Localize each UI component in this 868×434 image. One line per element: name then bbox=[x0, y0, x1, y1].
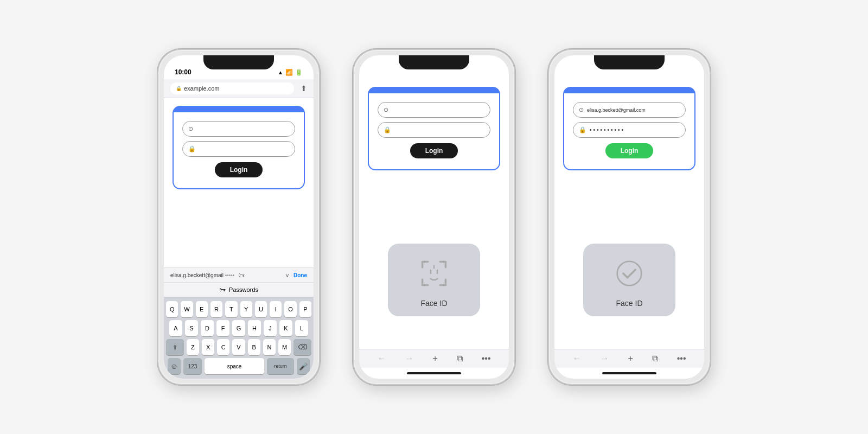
key-e[interactable]: E bbox=[196, 301, 208, 317]
key-x[interactable]: X bbox=[202, 339, 214, 355]
autofill-bar-1: elisa.g.beckett@gmail ••••• 🗝 ∨ Done bbox=[164, 267, 314, 282]
share-icon-1[interactable]: ⬆ bbox=[301, 84, 307, 93]
chevron-icon-1[interactable]: ∨ bbox=[285, 272, 289, 278]
phone-1-screen: 10:00 ▲ 📶 🔋 🔒 example.com ⬆ bbox=[164, 55, 314, 379]
key-h[interactable]: H bbox=[248, 320, 261, 336]
key-v[interactable]: V bbox=[232, 339, 245, 355]
key-m[interactable]: M bbox=[278, 339, 291, 355]
mic-key[interactable]: 🎤 bbox=[297, 358, 310, 374]
autofill-user-1: elisa.g.beckett@gmail ••••• 🗝 bbox=[170, 271, 282, 279]
bottom-browser-bar-3: ← → + ⧉ ••• bbox=[554, 349, 704, 368]
face-id-label-2: Face ID bbox=[420, 299, 447, 308]
phone-2: ⊙ 🔒 Login bbox=[353, 49, 515, 385]
forward-button-2[interactable]: → bbox=[405, 354, 413, 363]
dialog-header-2 bbox=[369, 88, 499, 93]
notch-1 bbox=[203, 55, 274, 69]
login-dialog-2: ⊙ 🔒 Login bbox=[368, 87, 500, 170]
password-icon-2: 🔒 bbox=[384, 126, 391, 133]
key-j[interactable]: J bbox=[264, 320, 277, 336]
key-w[interactable]: W bbox=[181, 301, 193, 317]
more-button-2[interactable]: ••• bbox=[482, 354, 491, 363]
key-p[interactable]: P bbox=[299, 301, 311, 317]
login-button-1[interactable]: Login bbox=[215, 162, 263, 177]
key-u[interactable]: U bbox=[255, 301, 267, 317]
done-button-1[interactable]: Done bbox=[293, 272, 307, 278]
key-z[interactable]: Z bbox=[187, 339, 199, 355]
key-k[interactable]: K bbox=[279, 320, 292, 336]
passwords-label-1: Passwords bbox=[229, 286, 258, 293]
key-icon-1: 🗝 bbox=[219, 286, 226, 293]
phone-1: 10:00 ▲ 📶 🔋 🔒 example.com ⬆ bbox=[157, 49, 320, 385]
username-input-3[interactable]: ⊙ elisa.g.beckett@gmail.com bbox=[573, 102, 686, 118]
key-y[interactable]: Y bbox=[240, 301, 252, 317]
key-i[interactable]: I bbox=[270, 301, 282, 317]
password-input-2[interactable]: 🔒 bbox=[378, 122, 490, 138]
phones-container: 10:00 ▲ 📶 🔋 🔒 example.com ⬆ bbox=[157, 49, 711, 385]
password-input-1[interactable]: 🔒 bbox=[182, 141, 295, 157]
key-l[interactable]: L bbox=[295, 320, 308, 336]
tabs-button-2[interactable]: ⧉ bbox=[457, 354, 463, 363]
keyboard-row-3: ⇧ Z X C V B N M ⌫ bbox=[166, 339, 311, 355]
key-t[interactable]: T bbox=[225, 301, 237, 317]
password-icon-1: 🔒 bbox=[188, 145, 196, 152]
key-q[interactable]: Q bbox=[166, 301, 178, 317]
signal-icon-1: ▲ bbox=[278, 69, 283, 75]
username-input-2[interactable]: ⊙ bbox=[378, 102, 490, 118]
backspace-key[interactable]: ⌫ bbox=[293, 339, 311, 355]
tabs-button-3[interactable]: ⧉ bbox=[652, 354, 658, 363]
face-id-scan-icon bbox=[415, 254, 453, 292]
home-indicator-3 bbox=[554, 368, 704, 379]
phone-2-screen: ⊙ 🔒 Login bbox=[359, 55, 509, 379]
key-d[interactable]: D bbox=[201, 320, 214, 336]
status-time-1: 10:00 bbox=[175, 68, 192, 76]
more-button-3[interactable]: ••• bbox=[677, 354, 686, 363]
emoji-key[interactable]: ☺ bbox=[168, 358, 181, 374]
keyboard-row-1: Q W E R T Y U I O P bbox=[166, 301, 311, 317]
key-a[interactable]: A bbox=[169, 320, 182, 336]
keyboard-1: Q W E R T Y U I O P A S D F G bbox=[164, 297, 314, 379]
username-input-1[interactable]: ⊙ bbox=[182, 121, 295, 137]
battery-icon-1: 🔋 bbox=[295, 69, 303, 76]
face-id-overlay-3: Face ID bbox=[583, 244, 675, 316]
home-bar-3 bbox=[602, 372, 656, 374]
home-indicator-2 bbox=[359, 368, 509, 379]
login-button-3[interactable]: Login bbox=[605, 143, 654, 158]
shift-key[interactable]: ⇧ bbox=[166, 339, 184, 355]
back-button-2[interactable]: ← bbox=[377, 354, 386, 363]
screen-content-2: ⊙ 🔒 Login bbox=[359, 79, 509, 349]
add-button-2[interactable]: + bbox=[432, 354, 437, 363]
key-o[interactable]: O bbox=[284, 301, 296, 317]
username-value-3: elisa.g.beckett@gmail.com bbox=[587, 107, 680, 113]
login-dialog-1: ⊙ 🔒 Login bbox=[173, 106, 305, 189]
browser-chrome-1: 🔒 example.com ⬆ bbox=[164, 79, 314, 98]
password-input-3[interactable]: 🔒 •••••••••• bbox=[573, 122, 686, 138]
key-icon-small: 🗝 bbox=[238, 271, 245, 279]
return-key[interactable]: return bbox=[267, 358, 294, 374]
key-g[interactable]: G bbox=[232, 320, 245, 336]
key-r[interactable]: R bbox=[210, 301, 222, 317]
back-button-3[interactable]: ← bbox=[572, 354, 581, 363]
password-icon-3: 🔒 bbox=[579, 126, 586, 133]
face-id-success-icon bbox=[610, 254, 648, 292]
passwords-bar-1: 🗝 Passwords bbox=[164, 282, 314, 297]
space-key[interactable]: space bbox=[205, 358, 264, 374]
username-icon-3: ⊙ bbox=[579, 106, 584, 113]
key-b[interactable]: B bbox=[248, 339, 260, 355]
notch-2 bbox=[399, 55, 469, 69]
url-text-1: example.com bbox=[184, 85, 219, 92]
login-button-2[interactable]: Login bbox=[410, 143, 458, 158]
status-icons-1: ▲ 📶 🔋 bbox=[278, 69, 303, 76]
add-button-3[interactable]: + bbox=[628, 354, 633, 363]
numbers-key[interactable]: 123 bbox=[183, 358, 202, 374]
key-n[interactable]: N bbox=[263, 339, 276, 355]
key-s[interactable]: S bbox=[185, 320, 198, 336]
svg-point-3 bbox=[617, 261, 642, 286]
key-f[interactable]: F bbox=[216, 320, 229, 336]
forward-button-3[interactable]: → bbox=[600, 354, 609, 363]
home-bar-2 bbox=[407, 372, 461, 374]
url-bar-1[interactable]: 🔒 example.com bbox=[170, 82, 294, 94]
autofill-actions-1: ∨ Done bbox=[285, 272, 307, 278]
bottom-browser-bar-2: ← → + ⧉ ••• bbox=[359, 349, 509, 368]
key-c[interactable]: C bbox=[217, 339, 229, 355]
face-id-label-3: Face ID bbox=[616, 299, 642, 308]
